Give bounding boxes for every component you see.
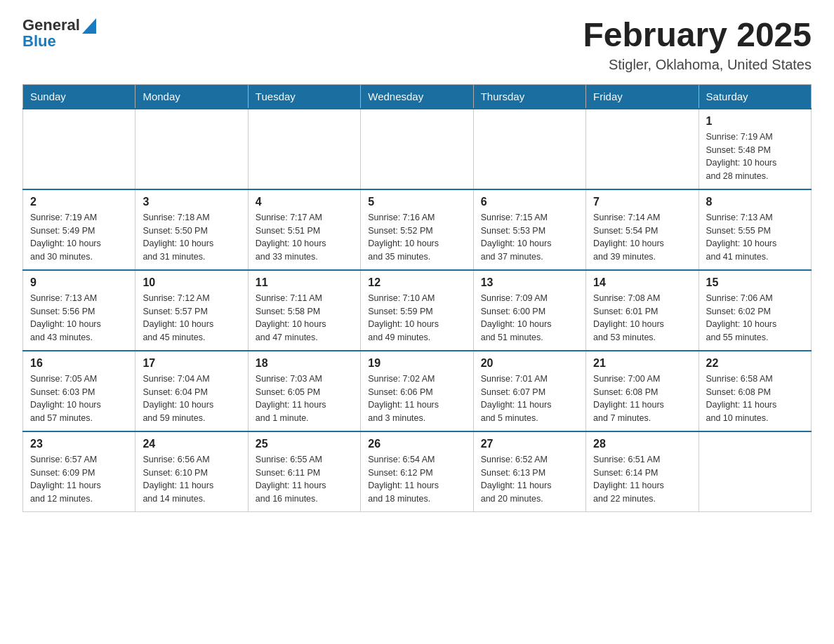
day-info: Sunrise: 7:18 AMSunset: 5:50 PMDaylight:… bbox=[143, 211, 240, 264]
calendar-day-cell: 9Sunrise: 7:13 AMSunset: 5:56 PMDaylight… bbox=[23, 270, 135, 351]
day-info: Sunrise: 6:57 AMSunset: 6:09 PMDaylight:… bbox=[30, 453, 128, 506]
day-number: 21 bbox=[593, 357, 691, 370]
calendar-day-cell: 13Sunrise: 7:09 AMSunset: 6:00 PMDayligh… bbox=[473, 270, 585, 351]
calendar-day-cell: 7Sunrise: 7:14 AMSunset: 5:54 PMDaylight… bbox=[586, 189, 699, 270]
calendar-day-cell: 12Sunrise: 7:10 AMSunset: 5:59 PMDayligh… bbox=[361, 270, 473, 351]
calendar-day-cell: 3Sunrise: 7:18 AMSunset: 5:50 PMDaylight… bbox=[135, 189, 248, 270]
day-info: Sunrise: 6:54 AMSunset: 6:12 PMDaylight:… bbox=[368, 453, 465, 506]
calendar-day-header: Tuesday bbox=[248, 84, 360, 109]
title-section: February 2025 Stigler, Oklahoma, United … bbox=[583, 17, 812, 73]
day-number: 19 bbox=[368, 357, 465, 370]
day-info: Sunrise: 7:09 AMSunset: 6:00 PMDaylight:… bbox=[481, 292, 578, 344]
calendar-day-header: Wednesday bbox=[361, 84, 473, 109]
calendar-day-cell: 26Sunrise: 6:54 AMSunset: 6:12 PMDayligh… bbox=[361, 431, 473, 512]
calendar-day-cell bbox=[699, 431, 811, 512]
day-number: 6 bbox=[481, 196, 578, 208]
day-info: Sunrise: 7:04 AMSunset: 6:04 PMDaylight:… bbox=[143, 373, 240, 425]
day-number: 24 bbox=[143, 438, 240, 450]
day-info: Sunrise: 7:02 AMSunset: 6:06 PMDaylight:… bbox=[368, 373, 465, 425]
day-info: Sunrise: 7:13 AMSunset: 5:56 PMDaylight:… bbox=[30, 292, 128, 344]
calendar-day-cell bbox=[473, 109, 585, 189]
calendar-day-cell bbox=[586, 109, 699, 189]
logo: General Blue bbox=[22, 17, 96, 49]
day-info: Sunrise: 7:12 AMSunset: 5:57 PMDaylight:… bbox=[143, 292, 240, 344]
day-number: 15 bbox=[706, 276, 804, 289]
calendar-day-cell: 21Sunrise: 7:00 AMSunset: 6:08 PMDayligh… bbox=[586, 351, 699, 431]
day-info: Sunrise: 7:15 AMSunset: 5:53 PMDaylight:… bbox=[481, 211, 578, 264]
page-header: General Blue February 2025 Stigler, Okla… bbox=[22, 17, 812, 73]
day-info: Sunrise: 7:10 AMSunset: 5:59 PMDaylight:… bbox=[368, 292, 465, 344]
day-info: Sunrise: 7:16 AMSunset: 5:52 PMDaylight:… bbox=[368, 211, 465, 264]
day-number: 9 bbox=[30, 276, 128, 289]
day-number: 28 bbox=[593, 438, 691, 450]
calendar-day-cell: 22Sunrise: 6:58 AMSunset: 6:08 PMDayligh… bbox=[699, 351, 811, 431]
day-number: 10 bbox=[143, 276, 240, 289]
calendar-day-cell: 14Sunrise: 7:08 AMSunset: 6:01 PMDayligh… bbox=[586, 270, 699, 351]
calendar-day-cell: 23Sunrise: 6:57 AMSunset: 6:09 PMDayligh… bbox=[23, 431, 135, 512]
calendar-day-header: Friday bbox=[586, 84, 699, 109]
day-info: Sunrise: 6:56 AMSunset: 6:10 PMDaylight:… bbox=[143, 453, 240, 506]
day-number: 18 bbox=[256, 357, 353, 370]
day-number: 17 bbox=[143, 357, 240, 370]
day-number: 20 bbox=[481, 357, 578, 370]
calendar-day-cell bbox=[135, 109, 248, 189]
logo-general-text: General bbox=[22, 18, 80, 33]
day-info: Sunrise: 6:51 AMSunset: 6:14 PMDaylight:… bbox=[593, 453, 691, 506]
calendar-day-header: Saturday bbox=[699, 84, 811, 109]
day-number: 22 bbox=[706, 357, 804, 370]
calendar-week-row: 23Sunrise: 6:57 AMSunset: 6:09 PMDayligh… bbox=[23, 431, 812, 512]
day-info: Sunrise: 7:11 AMSunset: 5:58 PMDaylight:… bbox=[256, 292, 353, 344]
calendar-day-cell: 8Sunrise: 7:13 AMSunset: 5:55 PMDaylight… bbox=[699, 189, 811, 270]
calendar-table: SundayMondayTuesdayWednesdayThursdayFrid… bbox=[22, 84, 812, 512]
calendar-day-cell: 20Sunrise: 7:01 AMSunset: 6:07 PMDayligh… bbox=[473, 351, 585, 431]
calendar-day-cell: 15Sunrise: 7:06 AMSunset: 6:02 PMDayligh… bbox=[699, 270, 811, 351]
day-number: 14 bbox=[593, 276, 691, 289]
calendar-day-cell bbox=[361, 109, 473, 189]
calendar-day-header: Sunday bbox=[23, 84, 135, 109]
logo-blue-text: Blue bbox=[22, 34, 96, 49]
day-number: 8 bbox=[706, 196, 804, 208]
day-info: Sunrise: 7:14 AMSunset: 5:54 PMDaylight:… bbox=[593, 211, 691, 264]
day-info: Sunrise: 7:03 AMSunset: 6:05 PMDaylight:… bbox=[256, 373, 353, 425]
calendar-day-cell: 28Sunrise: 6:51 AMSunset: 6:14 PMDayligh… bbox=[586, 431, 699, 512]
calendar-day-cell: 6Sunrise: 7:15 AMSunset: 5:53 PMDaylight… bbox=[473, 189, 585, 270]
calendar-week-row: 16Sunrise: 7:05 AMSunset: 6:03 PMDayligh… bbox=[23, 351, 812, 431]
calendar-day-cell: 10Sunrise: 7:12 AMSunset: 5:57 PMDayligh… bbox=[135, 270, 248, 351]
calendar-day-cell: 5Sunrise: 7:16 AMSunset: 5:52 PMDaylight… bbox=[361, 189, 473, 270]
day-number: 11 bbox=[256, 276, 353, 289]
day-info: Sunrise: 6:52 AMSunset: 6:13 PMDaylight:… bbox=[481, 453, 578, 506]
day-number: 23 bbox=[30, 438, 128, 450]
calendar-week-row: 2Sunrise: 7:19 AMSunset: 5:49 PMDaylight… bbox=[23, 189, 812, 270]
day-number: 27 bbox=[481, 438, 578, 450]
calendar-day-cell: 4Sunrise: 7:17 AMSunset: 5:51 PMDaylight… bbox=[248, 189, 360, 270]
calendar-week-row: 1Sunrise: 7:19 AMSunset: 5:48 PMDaylight… bbox=[23, 109, 812, 189]
calendar-day-cell: 11Sunrise: 7:11 AMSunset: 5:58 PMDayligh… bbox=[248, 270, 360, 351]
month-title: February 2025 bbox=[583, 17, 812, 54]
day-number: 26 bbox=[368, 438, 465, 450]
day-info: Sunrise: 7:00 AMSunset: 6:08 PMDaylight:… bbox=[593, 373, 691, 425]
day-number: 7 bbox=[593, 196, 691, 208]
calendar-week-row: 9Sunrise: 7:13 AMSunset: 5:56 PMDaylight… bbox=[23, 270, 812, 351]
calendar-day-cell: 25Sunrise: 6:55 AMSunset: 6:11 PMDayligh… bbox=[248, 431, 360, 512]
day-number: 13 bbox=[481, 276, 578, 289]
calendar-day-cell: 16Sunrise: 7:05 AMSunset: 6:03 PMDayligh… bbox=[23, 351, 135, 431]
day-number: 12 bbox=[368, 276, 465, 289]
svg-marker-0 bbox=[82, 18, 96, 34]
calendar-day-cell: 2Sunrise: 7:19 AMSunset: 5:49 PMDaylight… bbox=[23, 189, 135, 270]
day-info: Sunrise: 7:08 AMSunset: 6:01 PMDaylight:… bbox=[593, 292, 691, 344]
day-number: 25 bbox=[256, 438, 353, 450]
day-info: Sunrise: 7:19 AMSunset: 5:49 PMDaylight:… bbox=[30, 211, 128, 264]
calendar-day-cell: 27Sunrise: 6:52 AMSunset: 6:13 PMDayligh… bbox=[473, 431, 585, 512]
calendar-day-cell: 24Sunrise: 6:56 AMSunset: 6:10 PMDayligh… bbox=[135, 431, 248, 512]
day-number: 2 bbox=[30, 196, 128, 208]
calendar-day-cell bbox=[248, 109, 360, 189]
day-number: 3 bbox=[143, 196, 240, 208]
calendar-day-header: Thursday bbox=[473, 84, 585, 109]
day-info: Sunrise: 7:13 AMSunset: 5:55 PMDaylight:… bbox=[706, 211, 804, 264]
day-info: Sunrise: 7:05 AMSunset: 6:03 PMDaylight:… bbox=[30, 373, 128, 425]
logo-triangle-icon bbox=[82, 18, 96, 34]
day-info: Sunrise: 6:55 AMSunset: 6:11 PMDaylight:… bbox=[256, 453, 353, 506]
calendar-day-cell: 1Sunrise: 7:19 AMSunset: 5:48 PMDaylight… bbox=[699, 109, 811, 189]
calendar-header-row: SundayMondayTuesdayWednesdayThursdayFrid… bbox=[23, 84, 812, 109]
day-info: Sunrise: 6:58 AMSunset: 6:08 PMDaylight:… bbox=[706, 373, 804, 425]
